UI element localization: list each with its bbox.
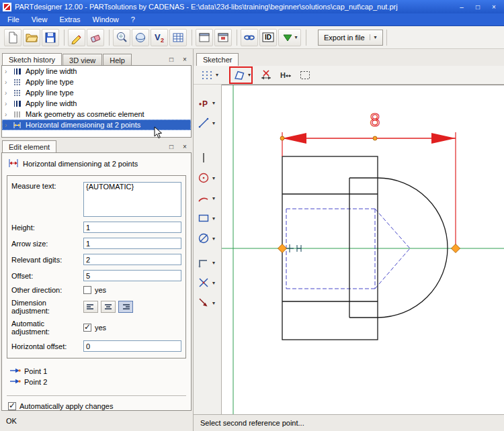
caret-down-icon[interactable]: ▾ <box>212 280 215 286</box>
export-in-file-button[interactable]: Export in file ▾ <box>318 30 383 46</box>
minimize-button[interactable]: – <box>454 2 469 12</box>
align-left-button[interactable] <box>83 301 98 313</box>
preview-zoom-icon[interactable] <box>113 29 130 46</box>
edit-panel-controls: □ × <box>167 142 190 151</box>
horizontal-dimension-icon[interactable]: H <box>278 68 294 83</box>
table-icon[interactable] <box>169 29 187 46</box>
new-document-icon[interactable] <box>4 29 22 46</box>
menu-view[interactable]: View <box>26 13 54 26</box>
arrow-size-label: Arrow size: <box>11 240 83 248</box>
panel-close-icon[interactable]: × <box>180 142 190 151</box>
panel-float-icon[interactable]: □ <box>167 55 176 64</box>
link-icon[interactable] <box>241 29 258 46</box>
caret-down-icon[interactable]: ▾ <box>212 236 215 242</box>
expander-icon[interactable]: › <box>5 111 13 118</box>
caret-down-icon[interactable]: ▾ <box>212 300 215 306</box>
arc-tool[interactable]: ▾ <box>196 189 221 207</box>
point-handle[interactable] <box>373 136 377 140</box>
menu-help[interactable]: ? <box>125 13 141 26</box>
point-handle-diamond[interactable] <box>452 244 460 253</box>
eraser-icon[interactable] <box>87 29 104 46</box>
window-part-icon[interactable] <box>214 29 232 46</box>
fillet-tool[interactable]: ▾ <box>196 254 221 271</box>
edit-panel-tabs: Edit element <box>2 140 57 153</box>
measure-text-input[interactable]: {AUTOMATIC} <box>83 182 181 217</box>
horizontal-offset-input[interactable] <box>83 340 181 352</box>
open-folder-icon[interactable] <box>23 29 40 46</box>
align-center-button[interactable] <box>101 301 116 313</box>
panel-float-icon[interactable]: □ <box>167 142 176 151</box>
offset-input[interactable] <box>83 270 181 281</box>
window-icon[interactable] <box>196 29 213 46</box>
point-handle[interactable] <box>280 136 284 140</box>
tab-sketch-history[interactable]: Sketch history <box>2 53 62 66</box>
variables-icon[interactable]: V2 <box>151 29 168 46</box>
point-1-label: Point 1 <box>24 367 47 375</box>
other-direction-checkbox[interactable] <box>83 286 91 294</box>
rectangle-tool[interactable]: ▾ <box>196 209 221 227</box>
apply-changes-row[interactable]: Automatically apply changes <box>8 402 186 410</box>
history-row[interactable]: › Apply line type <box>2 87 191 98</box>
point-tool[interactable]: P ▾ <box>196 94 221 111</box>
circle-tool[interactable]: ▾ <box>196 169 221 187</box>
tab-sketcher[interactable]: Sketcher <box>196 53 239 66</box>
pencil-icon[interactable] <box>68 29 85 46</box>
expander-icon[interactable]: › <box>5 89 13 97</box>
point-2-row[interactable]: Point 2 <box>9 377 186 387</box>
history-row[interactable]: › Mark geometry as cosmetic element <box>2 109 191 119</box>
point-1-row[interactable]: Point 1 <box>9 366 186 377</box>
history-row[interactable]: › Apply line type <box>2 77 191 87</box>
caret-down-icon[interactable]: ▾ <box>216 72 218 78</box>
point-handle-diamond[interactable] <box>278 244 287 253</box>
expander-icon[interactable]: › <box>5 68 13 75</box>
align-right-button[interactable] <box>118 301 133 313</box>
maximize-button[interactable]: □ <box>470 2 485 12</box>
id-icon[interactable]: ID <box>259 29 277 46</box>
expander-icon[interactable]: › <box>5 100 13 107</box>
polyline-tool[interactable] <box>196 149 221 166</box>
expander-icon[interactable]: › <box>5 79 13 86</box>
green-dropdown-icon[interactable]: ▾ <box>278 29 301 46</box>
caret-down-icon[interactable]: ▾ <box>370 34 377 40</box>
tab-edit-element[interactable]: Edit element <box>2 140 56 153</box>
sphere-icon[interactable] <box>132 29 149 46</box>
tab-help[interactable]: Help <box>103 54 132 66</box>
caret-down-icon[interactable]: ▾ <box>212 195 215 201</box>
history-row[interactable]: › Apply line width <box>2 98 191 109</box>
arrow-size-input[interactable] <box>83 238 181 249</box>
save-icon[interactable] <box>42 29 59 46</box>
snap-marker <box>286 244 301 252</box>
tab-3d-view[interactable]: 3D view <box>62 54 102 66</box>
caret-down-icon[interactable]: ▾ <box>212 175 215 181</box>
close-button[interactable]: × <box>487 2 501 12</box>
menu-file[interactable]: File <box>1 13 26 26</box>
caret-down-icon[interactable]: ▾ <box>212 260 215 266</box>
horizontal-dimension: 8 <box>282 110 456 248</box>
caret-down-icon[interactable]: ▾ <box>212 216 215 222</box>
grid-snap-icon[interactable] <box>199 68 215 83</box>
apply-changes-checkbox[interactable] <box>8 402 16 410</box>
caret-down-icon[interactable]: ▾ <box>212 100 215 106</box>
sketcher-canvas[interactable]: 8 <box>222 85 504 414</box>
height-input[interactable] <box>83 222 181 233</box>
toolbar-separator <box>192 30 192 46</box>
ellipse-tool[interactable]: ▾ <box>196 230 221 247</box>
reference-point-handles[interactable] <box>278 136 460 253</box>
move-tool[interactable]: ▾ <box>196 294 221 312</box>
caret-down-icon[interactable]: ▾ <box>212 120 215 126</box>
caret-down-icon[interactable]: ▾ <box>248 72 251 78</box>
mouse-cursor <box>154 126 163 140</box>
dimension-tool-icon[interactable] <box>231 68 247 83</box>
trim-tool[interactable]: ▾ <box>196 274 221 291</box>
delete-dimension-icon[interactable] <box>258 68 274 83</box>
selection-box-icon[interactable] <box>297 68 313 83</box>
relevant-digits-input[interactable] <box>83 254 181 265</box>
menu-window[interactable]: Window <box>87 13 125 26</box>
sketcher-status-bar: Select second reference point... <box>194 414 504 431</box>
panel-close-icon[interactable]: × <box>180 55 190 64</box>
line-tool[interactable]: ▾ <box>196 114 221 132</box>
automatic-adjustment-checkbox[interactable] <box>83 324 91 332</box>
menu-extras[interactable]: Extras <box>53 13 86 26</box>
history-row[interactable]: › Apply line width <box>2 66 191 77</box>
expander-icon[interactable]: › <box>5 122 13 129</box>
